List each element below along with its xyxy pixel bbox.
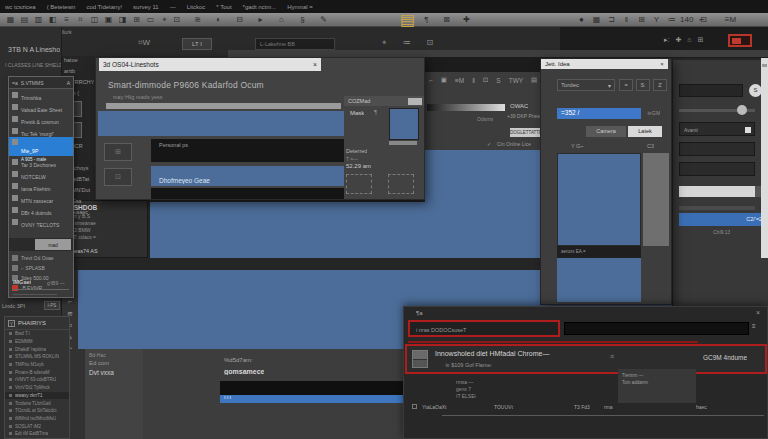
toolbar-icon[interactable]: ≡ xyxy=(60,13,73,27)
toolbar-icon[interactable]: ⊞ xyxy=(130,13,143,27)
toolbar-icon[interactable]: ⊠ xyxy=(440,13,453,27)
effects-list-item[interactable]: Edt tM EatBTtna xyxy=(5,430,69,438)
close-icon[interactable]: × xyxy=(756,309,760,316)
effects-list-item[interactable]: TOcndL at SttTalcdct xyxy=(5,407,69,415)
tool-value-field[interactable]: L-Lakehne BB xyxy=(255,38,335,50)
toolbar-icon[interactable]: Y xyxy=(650,13,663,27)
toolbar-icon[interactable]: ▦ xyxy=(590,13,603,27)
menu-item[interactable]: wc tcszicea xyxy=(5,4,36,10)
dialog-title-bar[interactable]: 3d OS04-Lineshots × xyxy=(99,58,321,71)
toolbar-icon[interactable]: ⊞ xyxy=(635,13,648,27)
adjustment-icon[interactable]: ≡M xyxy=(455,77,464,84)
toolbar-icon[interactable]: ¶ xyxy=(420,13,433,27)
export-title-bar[interactable]: Jett. Idea × xyxy=(541,59,668,69)
adjustment-icon[interactable]: ▤ xyxy=(531,76,537,84)
effects-list-item[interactable]: SOSLAT tM2 xyxy=(5,422,69,430)
preview-image-lower[interactable] xyxy=(557,258,641,302)
sidebar-action-row[interactable]: Trevt Od Ovae xyxy=(9,253,73,263)
close-icon[interactable]: × xyxy=(309,61,321,68)
effects-list-item[interactable]: Bwd T.I xyxy=(5,330,69,338)
scrollbar-grip[interactable] xyxy=(762,64,767,67)
tool-icon[interactable]: ⌐ xyxy=(68,298,72,306)
effects-header[interactable]: Y PHAIRIYS xyxy=(5,317,69,330)
effects-list-item[interactable]: tMMrtd tscfMnctMsU xyxy=(5,415,69,423)
row-checkbox[interactable] xyxy=(412,404,417,409)
slider-handle[interactable] xyxy=(737,105,747,115)
mask-swatch[interactable] xyxy=(389,108,419,140)
mad-button[interactable]: mad xyxy=(35,239,71,250)
property-field[interactable] xyxy=(679,142,755,156)
side-popup-button[interactable] xyxy=(408,98,422,105)
project-list-item[interactable]: Tsc Tek 'murgf' xyxy=(9,125,73,137)
rail-label[interactable]: hatoe xyxy=(64,57,94,63)
panel-icon[interactable]: ✚ xyxy=(675,35,681,45)
toolbar-icon[interactable]: ▭ xyxy=(144,13,157,27)
apply-button[interactable]: DOGLETTATTEC xyxy=(510,128,544,137)
toolbar-icon[interactable]: ● xyxy=(575,13,588,27)
table-row[interactable]: YtaLaOaXt TOUUVt T3 Fd3 rma haec xyxy=(404,401,767,414)
close-icon[interactable]: × xyxy=(656,61,668,67)
link-button[interactable]: I-PS xyxy=(44,301,60,310)
menu-item[interactable]: — xyxy=(170,4,176,10)
name-field[interactable]: Personal ps xyxy=(151,139,344,162)
window-control-icon[interactable]: ≡M xyxy=(724,13,737,27)
toolbar-icon[interactable]: ▦ xyxy=(4,13,17,27)
thumbnail-slot-icon[interactable]: ⊞ xyxy=(104,143,132,161)
highlight-bar[interactable]: C2/'=2) xyxy=(679,213,768,226)
toolbar-icon[interactable]: ≋ xyxy=(191,13,204,27)
dialog-preview-strip[interactable] xyxy=(98,111,344,136)
effects-list-item[interactable]: wwaxy zkrrT1 xyxy=(5,392,69,400)
window-control-icon[interactable]: ⊡ xyxy=(697,13,710,27)
toolbar-icon[interactable]: ▸ xyxy=(254,13,267,27)
effects-list-item[interactable]: STLMML MS ROKLIN xyxy=(5,353,69,361)
option-icon[interactable]: ⊡ xyxy=(427,38,434,48)
scrollbar[interactable] xyxy=(761,58,768,258)
side-popup-header[interactable]: COZMad xyxy=(344,96,424,106)
toolbar-icon[interactable]: ◐ xyxy=(212,13,225,27)
tab-camera[interactable]: Camera xyxy=(586,126,626,137)
mini-button[interactable]: S: xyxy=(636,79,650,91)
effects-list-item[interactable]: EDMMM xyxy=(5,338,69,346)
result-item-row[interactable]: Innowsholed diet HMfadal Chrome— ≋ $109 … xyxy=(405,344,767,374)
menu-item[interactable]: *gadt nctm... xyxy=(243,4,277,10)
property-field[interactable] xyxy=(679,84,743,97)
clip-strip[interactable]: Dhofmeyeo Geae xyxy=(151,166,344,186)
rail-label[interactable]: arttb xyxy=(64,68,94,74)
adjustment-icon[interactable]: ‖ xyxy=(472,77,475,84)
search-input[interactable]: i nras DODOCsuseT xyxy=(408,320,560,337)
menu-item[interactable]: Hymnal = xyxy=(287,4,313,10)
preview-image[interactable] xyxy=(557,153,641,246)
project-list-item[interactable]: OVNY TECLOTS xyxy=(9,216,73,228)
level-bar[interactable] xyxy=(679,186,761,197)
menu-item[interactable]: ( Betetewn xyxy=(47,4,76,10)
canvas-viewport-upper[interactable] xyxy=(150,202,425,258)
property-field[interactable]: Avanti xyxy=(679,122,755,136)
option-icon[interactable]: ⌖ xyxy=(382,38,387,48)
toolbar-icon[interactable]: ⊐ xyxy=(605,13,618,27)
menu-item[interactable]: Litckoc xyxy=(187,4,206,10)
toolbar-icon[interactable]: ⌗ xyxy=(74,13,87,27)
toolbar-icon[interactable]: ✎ xyxy=(317,13,330,27)
tool-mode-icon[interactable]: ⌗W xyxy=(138,38,150,48)
toolbar-icon[interactable]: ✚ xyxy=(460,13,473,27)
property-field[interactable] xyxy=(679,162,755,176)
effects-list-item[interactable]: Tcrdwra TLbrtGatI xyxy=(5,399,69,407)
folder-icon[interactable]: ▤ xyxy=(400,13,415,27)
panel-icon[interactable]: ⌂ xyxy=(687,35,691,45)
mini-button[interactable]: Z xyxy=(653,79,667,91)
effects-list-item[interactable]: VtnV'Dt2 TpMnck xyxy=(5,384,69,392)
toolbar-icon[interactable]: ◧ xyxy=(46,13,59,27)
grip-icon[interactable]: ≡ xyxy=(752,323,756,329)
toolbar-icon[interactable]: ‖ xyxy=(620,13,633,27)
menu-item[interactable]: * Tout xyxy=(216,4,231,10)
adjustment-icon[interactable]: ⊡ xyxy=(483,76,488,84)
field-swatch[interactable] xyxy=(745,127,751,133)
panel-icon[interactable]: ⊞ xyxy=(698,35,704,45)
gradient-slider[interactable] xyxy=(427,104,505,111)
toolbar-icon[interactable]: ▥ xyxy=(32,13,45,27)
record-button[interactable] xyxy=(728,34,752,47)
toolbar-icon[interactable]: ⌂ xyxy=(275,13,288,27)
effects-list-item[interactable]: rVMVT 63-cdsBTRtJ xyxy=(5,376,69,384)
filter-field[interactable] xyxy=(564,322,749,335)
menu-item[interactable]: survey 11 xyxy=(133,4,159,10)
